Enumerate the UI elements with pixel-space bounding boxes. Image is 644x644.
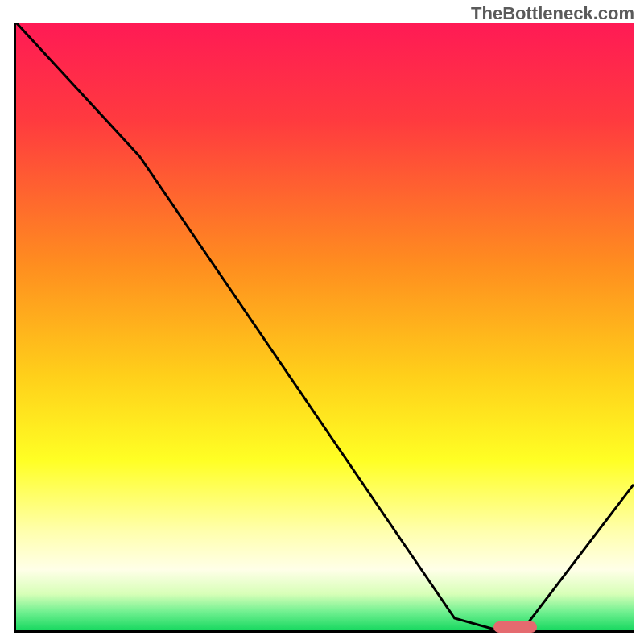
gradient-background [16,23,634,630]
svg-rect-0 [16,23,634,630]
chart-container: TheBottleneck.com [0,0,644,644]
plot-area [14,23,634,633]
watermark-text: TheBottleneck.com [471,3,634,24]
optimal-range-marker [493,621,537,633]
